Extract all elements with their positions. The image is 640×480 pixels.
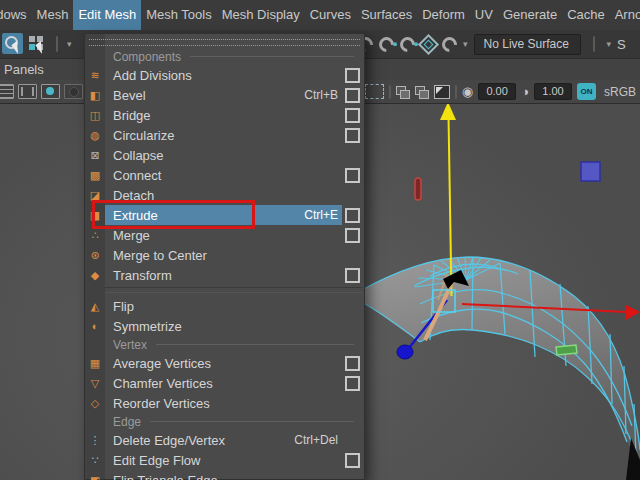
menubar-item-generate[interactable]: Generate: [498, 0, 562, 30]
snap-to-projected-center-icon[interactable]: [439, 33, 460, 54]
menu-item-flip-triangle-edge[interactable]: ◩Flip Triangle Edge: [85, 470, 364, 480]
menubar-item-mesh-display[interactable]: Mesh Display: [217, 0, 305, 30]
make-live-icon[interactable]: [418, 33, 439, 54]
contrast-icon[interactable]: ◑: [521, 85, 529, 98]
menubar-item-mesh-tools[interactable]: Mesh Tools: [141, 0, 217, 30]
manipulator-y-arrowhead[interactable]: [440, 104, 456, 120]
menu-item-extrude[interactable]: ◨ExtrudeCtrl+E: [85, 205, 364, 225]
menu-item-detach[interactable]: ◪Detach: [85, 185, 364, 205]
option-box-slot: [342, 373, 364, 393]
menu-item-symmetrize[interactable]: ◐Symmetrize: [85, 316, 364, 336]
mesh-surface[interactable]: [358, 257, 640, 466]
menu-item-chamfer-vertices[interactable]: ▽Chamfer Vertices: [85, 373, 364, 393]
option-box[interactable]: [345, 356, 360, 371]
view-transform-label[interactable]: sRGB: [601, 85, 639, 99]
option-box-slot: [342, 65, 364, 85]
option-box[interactable]: [345, 108, 360, 123]
truncated-menu-item[interactable]: S: [617, 37, 626, 52]
menu-item-body: Symmetrize: [105, 316, 342, 336]
menu-item-delete-edge-vertex[interactable]: ⋮Delete Edge/VertexCtrl+Del: [85, 430, 364, 450]
option-box[interactable]: [345, 268, 360, 283]
add-divisions-icon: ≋: [85, 65, 105, 85]
maya-window: ndowsMeshEdit MeshMesh ToolsMesh Display…: [0, 0, 640, 480]
menu-item-reorder-vertices[interactable]: ◇Reorder Vertices: [85, 393, 364, 413]
menu-item-body: Reorder Vertices: [105, 393, 342, 413]
menu-item-average-vertices[interactable]: ▦Average Vertices: [85, 353, 364, 373]
option-box-slot: [342, 165, 364, 185]
option-box-slot: [342, 316, 364, 336]
option-box-slot: [342, 353, 364, 373]
chevron-down-icon[interactable]: ▾: [463, 39, 468, 49]
panels-menu[interactable]: Panels: [4, 59, 44, 80]
status-line-snap-tools: ▾ No Live Surface ▾ S: [358, 30, 626, 58]
menu-item-add-divisions[interactable]: ≋Add Divisions: [85, 65, 364, 85]
option-box[interactable]: [345, 453, 360, 468]
menu-item-edit-edge-flow[interactable]: ∵Edit Edge Flow: [85, 450, 364, 470]
menu-section-components: Components: [85, 48, 364, 65]
menu-item-connect[interactable]: ▩Connect: [85, 165, 364, 185]
menubar-item-deform[interactable]: Deform: [417, 0, 470, 30]
menu-item-bevel[interactable]: ◧BevelCtrl+B: [85, 85, 364, 105]
menubar-item-edit-mesh[interactable]: Edit Mesh: [73, 0, 141, 30]
menu-item-label: Detach: [113, 188, 154, 203]
xray-icon[interactable]: [415, 86, 429, 98]
snap-to-curves-icon[interactable]: [376, 33, 397, 54]
bevel-icon: ◧: [85, 85, 105, 105]
menu-item-label: Extrude: [113, 208, 158, 223]
status-line-left-tools: ▾: [2, 33, 72, 54]
chevron-down-icon[interactable]: ▾: [607, 39, 612, 49]
marker-blue: [581, 162, 600, 181]
marker-red: [415, 178, 421, 200]
option-box[interactable]: [345, 168, 360, 183]
lighting-mode-icon[interactable]: [434, 85, 450, 99]
no-live-surface-field[interactable]: No Live Surface: [474, 34, 581, 55]
manipulator-x-arrowhead[interactable]: [626, 305, 640, 320]
menu-item-body: Edit Edge Flow: [105, 450, 342, 470]
camera-mask-on-icon[interactable]: [41, 84, 60, 99]
menubar-item-curves[interactable]: Curves: [305, 0, 356, 30]
wireframe-on-shaded-icon[interactable]: [396, 86, 410, 98]
cursor-icon: [35, 41, 47, 54]
gamma-field[interactable]: 1.00: [534, 83, 572, 100]
menubar-item-surfaces[interactable]: Surfaces: [356, 0, 417, 30]
menubar-item-arnold[interactable]: Arnold: [610, 0, 640, 30]
snap-to-points-icon[interactable]: [397, 33, 418, 54]
menubar-item-cache[interactable]: Cache: [562, 0, 610, 30]
menu-item-bridge[interactable]: ◫Bridge: [85, 105, 364, 125]
menu-item-merge-to-center[interactable]: ⊛Merge to Center: [85, 245, 364, 265]
marker-green: [556, 345, 577, 355]
option-box[interactable]: [345, 208, 360, 223]
option-box[interactable]: [345, 128, 360, 143]
menubar: ndowsMeshEdit MeshMesh ToolsMesh Display…: [0, 0, 640, 30]
components-glyph: [29, 36, 35, 42]
color-management-toggle[interactable]: ON: [577, 83, 596, 100]
exposure-icon[interactable]: ◉: [462, 85, 473, 98]
option-box[interactable]: [345, 376, 360, 391]
select-tool-button[interactable]: [2, 33, 23, 54]
option-box[interactable]: [345, 68, 360, 83]
option-box[interactable]: [345, 228, 360, 243]
chevron-down-icon[interactable]: ▾: [67, 39, 72, 49]
film-gate-icon[interactable]: [18, 84, 37, 99]
menubar-item-ndows[interactable]: ndows: [0, 0, 32, 30]
menu-item-circularize[interactable]: ◍Circularize: [85, 125, 364, 145]
grid-layout-icon[interactable]: [0, 84, 14, 99]
menu-item-merge[interactable]: ∴Merge: [85, 225, 364, 245]
menu-item-collapse[interactable]: ⊠Collapse: [85, 145, 364, 165]
menu-item-flip[interactable]: ◭Flip: [85, 296, 364, 316]
menubar-item-mesh[interactable]: Mesh: [32, 0, 74, 30]
menubar-item-uv[interactable]: UV: [470, 0, 498, 30]
menu-item-body: Flip: [105, 296, 342, 316]
manipulator-z-arrowhead[interactable]: [397, 345, 413, 359]
edit-mesh-menu: Components≋Add Divisions◧BevelCtrl+B◫Bri…: [84, 33, 365, 480]
isolate-select-icon[interactable]: [365, 84, 384, 99]
menu-item-label: Merge to Center: [113, 248, 207, 263]
component-select-button[interactable]: [26, 33, 47, 54]
separator-grip[interactable]: [593, 36, 595, 52]
option-box[interactable]: [345, 88, 360, 103]
camera-mask-off-icon[interactable]: [64, 84, 83, 99]
exposure-field[interactable]: 0.00: [478, 83, 516, 100]
menu-tearoff-handle[interactable]: [89, 39, 360, 46]
section-rule: [156, 344, 354, 345]
menu-item-transform[interactable]: ◆Transform: [85, 265, 364, 285]
